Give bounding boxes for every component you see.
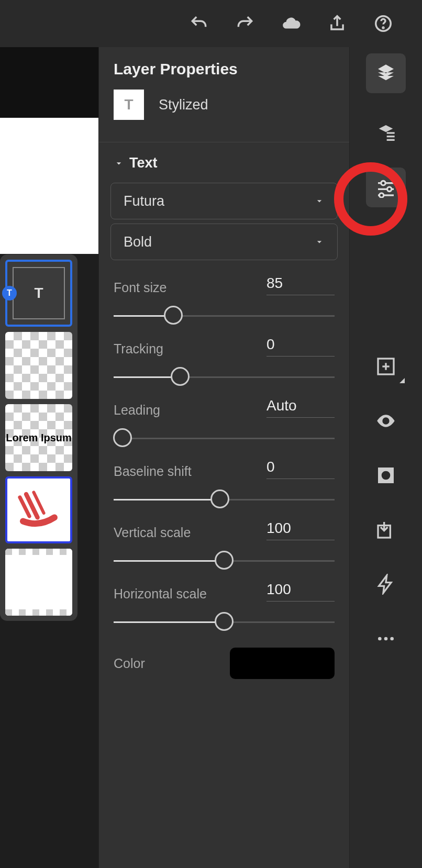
slider-track[interactable] (114, 611, 335, 632)
layer-type-icon: T (114, 90, 144, 120)
slider-leading: Leading Auto (99, 387, 349, 448)
slider-track[interactable] (114, 366, 335, 387)
import-icon (375, 519, 396, 540)
add-button[interactable] (366, 352, 406, 381)
slider-label: Leading (114, 403, 160, 418)
help-button[interactable] (373, 14, 393, 34)
chevron-down-icon (114, 158, 124, 169)
canvas-dark (0, 47, 98, 118)
slider-horizontal-scale: Horizontal scale 100 (99, 571, 349, 632)
slider-track[interactable] (114, 305, 335, 326)
import-button[interactable] (366, 515, 406, 544)
layers-strip: T T Lorem Ipsum (0, 254, 77, 621)
layer-thumb-lorem[interactable]: Lorem Ipsum (5, 404, 72, 471)
slider-label: Font size (114, 280, 166, 295)
color-swatch[interactable] (230, 648, 335, 679)
properties-panel-button[interactable] (366, 168, 406, 207)
svg-point-16 (382, 471, 391, 480)
svg-point-8 (387, 187, 392, 191)
layer-thumb-letter: T (34, 285, 43, 302)
layers-icon (375, 63, 396, 84)
layer-comps-icon (375, 123, 396, 143)
right-rail (350, 47, 422, 868)
svg-point-18 (378, 637, 382, 641)
redo-icon (235, 14, 255, 34)
slider-value-input[interactable]: 85 (266, 275, 335, 295)
slider-tracking: Tracking 0 (99, 326, 349, 387)
svg-rect-4 (387, 139, 395, 141)
more-icon (375, 628, 396, 649)
cloud-icon (281, 14, 301, 34)
slider-track[interactable] (114, 488, 335, 509)
brush-stroke-icon (7, 478, 70, 541)
mask-button[interactable] (366, 461, 406, 490)
slider-font-size: Font size 85 (99, 264, 349, 326)
layers-panel-button[interactable] (366, 53, 406, 93)
more-button[interactable] (366, 624, 406, 653)
mask-icon (375, 465, 396, 486)
canvas-white (0, 118, 98, 254)
slider-label: Horizontal scale (114, 586, 207, 602)
slider-baseline-shift: Baseline shift 0 (99, 448, 349, 509)
color-label: Color (114, 656, 145, 671)
type-badge: T (2, 286, 17, 301)
svg-point-14 (384, 419, 388, 423)
section-title: Text (129, 155, 158, 171)
sliders-icon (375, 177, 396, 198)
slider-label: Vertical scale (114, 525, 191, 540)
font-weight-dropdown[interactable]: Bold (110, 224, 338, 260)
effects-button[interactable] (366, 570, 406, 599)
share-button[interactable] (327, 14, 347, 34)
svg-point-10 (380, 193, 384, 197)
help-icon (373, 14, 393, 34)
slider-label: Baseline shift (114, 464, 192, 479)
font-weight-value: Bold (124, 234, 152, 250)
canvas-area: T T Lorem Ipsum (0, 47, 98, 868)
lightning-icon (375, 574, 396, 595)
slider-value-input[interactable]: Auto (266, 397, 335, 418)
slider-value-input[interactable]: 100 (266, 520, 335, 540)
layer-name: Stylized (159, 97, 208, 113)
visibility-button[interactable] (366, 406, 406, 436)
panel-title: Layer Properties (114, 60, 335, 78)
share-icon (327, 14, 347, 34)
svg-rect-2 (387, 132, 395, 133)
plus-box-icon (375, 356, 396, 377)
layer-thumb-empty-1[interactable] (5, 332, 72, 399)
slider-value-input[interactable]: 0 (266, 459, 335, 479)
text-section-header[interactable]: Text (99, 142, 349, 179)
layer-comps-button[interactable] (366, 118, 406, 148)
eye-icon (375, 410, 396, 431)
layer-properties-panel: Layer Properties T Stylized Text Futura … (98, 47, 350, 868)
slider-label: Tracking (114, 341, 163, 357)
top-toolbar (0, 0, 422, 47)
layer-thumb-video[interactable] (5, 549, 72, 616)
redo-button[interactable] (235, 14, 255, 34)
svg-point-19 (384, 637, 388, 641)
lorem-text: Lorem Ipsum (6, 432, 72, 444)
undo-button[interactable] (189, 14, 209, 34)
slider-value-input[interactable]: 0 (266, 336, 335, 357)
font-family-value: Futura (124, 193, 164, 209)
layer-thumb-text-selected[interactable]: T T (5, 260, 72, 327)
font-family-dropdown[interactable]: Futura (110, 183, 338, 219)
chevron-down-icon (314, 196, 325, 206)
slider-track[interactable] (114, 427, 335, 448)
svg-point-6 (381, 181, 385, 185)
undo-icon (189, 14, 209, 34)
chevron-down-icon (314, 237, 325, 247)
layer-thumb-brush[interactable] (5, 476, 72, 543)
svg-rect-3 (387, 136, 395, 137)
svg-point-1 (383, 27, 384, 28)
slider-value-input[interactable]: 100 (266, 581, 335, 602)
slider-track[interactable] (114, 550, 335, 571)
slider-vertical-scale: Vertical scale 100 (99, 509, 349, 571)
cloud-button[interactable] (281, 14, 301, 34)
svg-point-20 (390, 637, 394, 641)
